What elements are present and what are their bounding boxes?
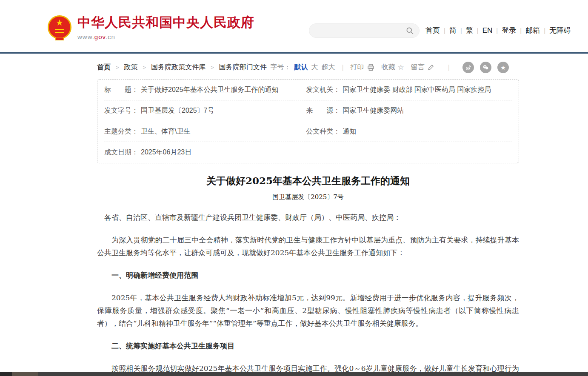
meta-label-source: 来 源： <box>306 106 340 115</box>
meta-row-title-agency: 标 题： 关于做好2025年基本公共卫生服务工作的通知 发文机关： 国家卫生健康… <box>104 80 512 100</box>
breadcrumb-separator: > <box>116 64 119 71</box>
document-toolbar: 字号： 默认 大 超大 | 打印 收藏 ☆ 留言 <box>270 62 509 73</box>
article: 关于做好2025年基本公共卫生服务工作的通知 国卫基层发〔2025〕7号 各省、… <box>97 174 519 376</box>
article-body: 各省、自治区、直辖市及新疆生产建设兵团卫生健康委、财政厅（局）、中医药局、疾控局… <box>97 211 519 376</box>
meta-row-category-type: 主题分类： 卫生、体育\卫生 公文种类： 通知 <box>104 121 512 142</box>
fontsize-xlarge-button[interactable]: 超大 <box>321 63 335 72</box>
breadcrumb-policy-library[interactable]: 国务院政策文件库 <box>151 63 206 72</box>
weibo-share-icon[interactable] <box>462 62 474 73</box>
breadcrumb: 首页 > 政策 > 国务院政策文件库 > 国务院部门文件 <box>97 63 267 72</box>
fontsize-label: 字号： <box>270 63 291 72</box>
article-doc-number: 国卫基层发〔2025〕7号 <box>97 193 519 201</box>
meta-label-title: 标 题： <box>104 85 138 94</box>
nav-simplified[interactable]: 简 <box>449 26 457 35</box>
favorite-button[interactable]: 收藏 ☆ <box>382 63 404 72</box>
fontsize-default-button[interactable]: 默认 <box>294 63 308 72</box>
main-content: 首页 > 政策 > 国务院政策文件库 > 国务院部门文件 字号： 默认 大 超大… <box>97 54 519 376</box>
nav-login[interactable]: 登录 <box>502 26 516 35</box>
meta-label-date: 成文日期： <box>104 148 138 157</box>
article-paragraph: 为深入贯彻党的二十届三中全会精神，落实新时代党的卫生与健康工作方针中以基层为重点… <box>97 234 519 259</box>
nav-english[interactable]: EN <box>482 26 493 35</box>
article-section-heading-2: 二、统筹实施好基本公共卫生服务项目 <box>97 339 519 352</box>
breadcrumb-policy[interactable]: 政策 <box>124 63 138 72</box>
favorite-share-icon[interactable]: ★ <box>497 62 509 73</box>
printer-icon <box>367 63 375 71</box>
breadcrumb-separator: > <box>211 64 214 71</box>
meta-value-category: 卫生、体育\卫生 <box>141 127 190 136</box>
site-header: ★ 中华人民共和国中央人民政府 www.gov.cn 首页| 简| 繁| EN|… <box>0 0 588 52</box>
national-emblem-icon: ★ <box>48 15 71 39</box>
nav-traditional[interactable]: 繁 <box>466 26 473 35</box>
site-url: www.gov.cn <box>77 33 254 40</box>
article-title: 关于做好2025年基本公共卫生服务工作的通知 <box>97 174 519 188</box>
print-button[interactable]: 打印 <box>351 63 375 72</box>
nav-home[interactable]: 首页 <box>425 26 440 35</box>
site-logo[interactable]: ★ 中华人民共和国中央人民政府 www.gov.cn <box>48 14 254 40</box>
meta-row-docno-source: 发文字号： 国卫基层发〔2025〕7号 来 源： 国家卫生健康委网站 <box>104 100 512 121</box>
horizontal-scrollbar-thumb[interactable] <box>12 372 38 376</box>
meta-label-doctype: 公文种类： <box>306 127 340 136</box>
fontsize-large-button[interactable]: 大 <box>311 63 318 72</box>
breadcrumb-separator: > <box>143 64 146 71</box>
horizontal-scrollbar[interactable] <box>0 372 588 376</box>
meta-label-agency: 发文机关： <box>306 85 340 94</box>
article-paragraph: 2025年，基本公共卫生服务经费人均财政补助标准增加5元，达到99元。新增经费用… <box>97 291 519 330</box>
breadcrumb-toolbar-row: 首页 > 政策 > 国务院政策文件库 > 国务院部门文件 字号： 默认 大 超大… <box>97 62 519 73</box>
star-icon: ☆ <box>398 64 404 71</box>
article-salutation: 各省、自治区、直辖市及新疆生产建设兵团卫生健康委、财政厅（局）、中医药局、疾控局… <box>97 211 519 224</box>
meta-value-agency: 国家卫生健康委 财政部 国家中医药局 国家疾控局 <box>343 85 491 94</box>
meta-label-docno: 发文字号： <box>104 106 138 115</box>
meta-value-title: 关于做好2025年基本公共卫生服务工作的通知 <box>141 85 279 94</box>
nav-accessibility[interactable]: 无障碍 <box>549 26 571 35</box>
share-icons: ★ <box>457 62 509 73</box>
search-input[interactable] <box>314 24 405 37</box>
wechat-share-icon[interactable] <box>480 62 491 73</box>
pencil-icon <box>427 64 434 71</box>
meta-value-docno: 国卫基层发〔2025〕7号 <box>141 106 214 115</box>
document-meta-table: 标 题： 关于做好2025年基本公共卫生服务工作的通知 发文机关： 国家卫生健康… <box>97 79 519 163</box>
meta-value-doctype: 通知 <box>343 127 356 136</box>
article-section-heading-1: 一、明确新增经费使用范围 <box>97 269 519 282</box>
meta-value-source: 国家卫生健康委网站 <box>343 106 404 115</box>
nav-mail[interactable]: 邮箱 <box>525 26 540 35</box>
meta-label-category: 主题分类： <box>104 127 138 136</box>
comment-button[interactable]: 留言 <box>411 63 434 72</box>
search-box <box>309 23 420 38</box>
meta-value-date: 2025年06月23日 <box>141 148 191 157</box>
breadcrumb-home[interactable]: 首页 <box>97 63 111 72</box>
site-title: 中华人民共和国中央人民政府 <box>77 14 254 31</box>
meta-row-date: 成文日期： 2025年06月23日 <box>104 142 512 163</box>
breadcrumb-department-docs: 国务院部门文件 <box>219 63 267 72</box>
search-icon[interactable] <box>405 26 414 35</box>
top-nav: 首页| 简| 繁| EN| 登录| 邮箱| 无障碍 <box>425 26 571 35</box>
